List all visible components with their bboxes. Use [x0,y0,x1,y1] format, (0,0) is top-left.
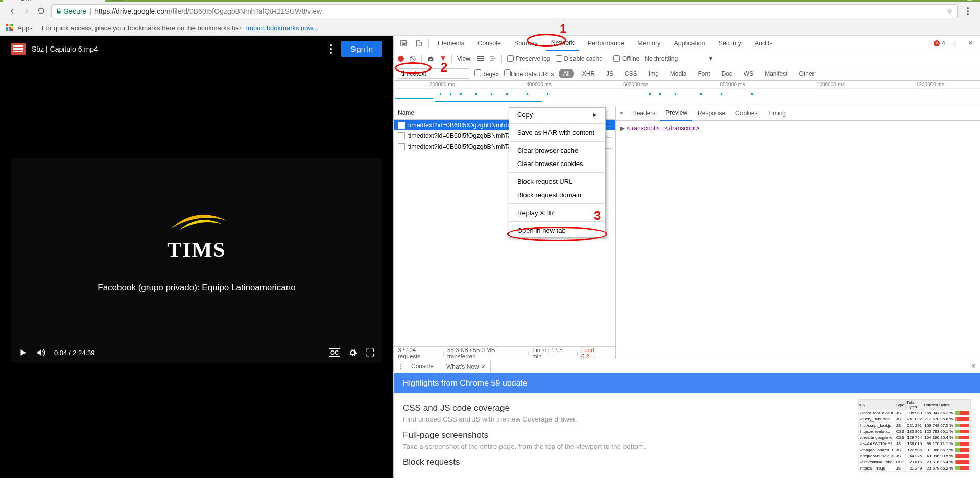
tab-sources[interactable]: Sources [510,36,542,51]
preserve-log-checkbox[interactable]: Preserve log [507,55,550,62]
play-button[interactable] [18,348,28,357]
cc-button[interactable]: CC [329,348,340,357]
error-count[interactable]: ✕4 [934,40,945,47]
view-waterfall-icon[interactable] [489,56,496,62]
svg-point-4 [967,13,969,15]
tab-title: Söz | Capitulo 6.mp4 - G… [20,0,92,2]
video-controls: 0:04 / 2:24:39 CC [11,342,382,363]
close-drawer-icon[interactable]: × [971,362,976,371]
ctx-save-har[interactable]: Save as HAR with content [509,126,605,139]
omnibox[interactable]: Secure | https://drive.google.com/file/d… [51,4,958,18]
devtools-menu-icon[interactable]: ⋮ [949,39,961,47]
close-tab-icon[interactable]: × [481,363,485,371]
capture-screenshots-icon[interactable] [427,56,435,62]
throttling-dropdown-arrow[interactable]: ▼ [708,56,713,61]
filter-input[interactable] [398,68,469,79]
tab-security[interactable]: Security [714,36,746,51]
drawer-tab-console[interactable]: Console [406,359,439,373]
apps-label[interactable]: Apps [17,24,33,32]
coverage-thumbnail: URL Type Total Bytes Unused Bytes /scrip… [858,399,971,472]
video-player[interactable]: TIMS Facebook (grupo privado): Equipo La… [11,158,382,363]
subtab-response[interactable]: Response [692,106,730,121]
filter-type-img[interactable]: Img [646,69,662,78]
bookmark-star-icon[interactable]: ☆ [946,7,953,15]
tab-application[interactable]: Application [669,36,709,51]
network-status-bar: 3 / 104 requests| 58.3 KB / 55.0 MB tran… [394,346,615,359]
ctx-block-domain[interactable]: Block request domain [509,188,605,201]
svg-rect-7 [419,42,422,46]
drive-more-button[interactable] [330,44,332,54]
view-large-icon[interactable] [477,56,484,62]
close-detail-icon[interactable]: × [616,110,627,117]
devtools-close-icon[interactable]: ✕ [965,39,976,47]
filter-type-doc[interactable]: Doc [719,69,735,78]
maximize-button[interactable] [967,0,973,1]
drawer-menu-icon[interactable]: ⋮ [398,363,404,370]
filter-type-media[interactable]: Media [667,69,690,78]
regex-checkbox[interactable]: Regex [474,69,499,78]
ctx-copy[interactable]: Copy▶ [509,108,605,121]
device-toggle-icon[interactable] [413,40,424,47]
preview-content[interactable]: ▶<transcript>…</transcript> [616,121,980,136]
chrome-menu-button[interactable] [961,4,975,18]
devtools-drawer: ⋮ Console What's New× × Highlights from … [394,359,980,478]
drawer-tab-whatsnew[interactable]: What's New× [441,359,491,373]
tims-logo-swoosh [161,208,232,233]
tab-memory[interactable]: Memory [633,36,665,51]
filter-type-xhr[interactable]: XHR [579,69,598,78]
network-timeline[interactable]: 200000 ms 400000 ms 600000 ms 800000 ms … [394,81,980,106]
ctx-clear-cache[interactable]: Clear browser cache [509,144,605,157]
ctx-replay-xhr[interactable]: Replay XHR [509,206,605,219]
clear-button[interactable] [409,55,416,62]
drive-header: Söz | Capitulo 6.mp4 Sign In [0,36,393,62]
tab-network[interactable]: Network [546,36,579,51]
record-button[interactable] [398,56,404,62]
throttling-select[interactable]: No throttling [644,55,678,62]
hide-data-urls-checkbox[interactable]: Hide data URLs [504,69,554,78]
network-filter-bar: Regex Hide data URLs All XHR JS CSS Img … [394,66,980,81]
close-window-button[interactable]: ✕ [973,0,980,2]
import-bookmarks-link[interactable]: Import bookmarks now... [246,24,318,32]
video-frame-content: TIMS Facebook (grupo privado): Equipo La… [98,208,295,293]
svg-point-9 [430,58,432,60]
filter-type-other[interactable]: Other [796,69,818,78]
filter-type-all[interactable]: All [559,69,573,78]
filter-type-css[interactable]: CSS [622,69,640,78]
subtab-timing[interactable]: Timing [762,106,791,121]
ctx-block-url[interactable]: Block request URL [509,175,605,188]
context-menu: Copy▶ Save as HAR with content Clear bro… [509,107,606,238]
volume-button[interactable] [36,347,46,358]
inspect-element-icon[interactable] [398,40,409,47]
tab-elements[interactable]: Elements [433,36,469,51]
url-host: https://drive.google.com [94,7,171,15]
filter-type-font[interactable]: Font [695,69,713,78]
file-icon [398,122,405,129]
new-tab-button[interactable] [108,0,124,1]
subtab-preview[interactable]: Preview [660,106,692,121]
forward-button[interactable] [19,4,34,18]
browser-tab[interactable]: Söz | Capitulo 6.mp4 - G… × [3,0,105,2]
offline-checkbox[interactable]: Offline [613,55,639,62]
chrome-profile-badge[interactable] [955,0,962,1]
filter-type-ws[interactable]: WS [740,69,756,78]
drawer-item-desc: Take a screenshot of the entire page, fr… [403,442,848,450]
tab-audits[interactable]: Audits [750,36,777,51]
tab-console[interactable]: Console [473,36,506,51]
svg-point-3 [967,10,969,12]
subtab-cookies[interactable]: Cookies [730,106,762,121]
tab-performance[interactable]: Performance [583,36,629,51]
apps-icon[interactable] [6,24,14,32]
svg-rect-11 [477,58,484,59]
back-button[interactable] [5,4,19,18]
ctx-open-new-tab[interactable]: Open in new tab [509,224,605,237]
signin-button[interactable]: Sign In [341,41,382,57]
fullscreen-button[interactable] [366,348,375,357]
filter-type-manifest[interactable]: Manifest [761,69,791,78]
reload-button[interactable] [34,4,48,18]
disable-cache-checkbox[interactable]: Disable cache [556,55,603,62]
settings-gear-icon[interactable] [348,348,357,357]
minimize-button[interactable]: ─ [962,0,967,2]
ctx-clear-cookies[interactable]: Clear browser cookies [509,157,605,170]
filter-type-js[interactable]: JS [603,69,616,78]
subtab-headers[interactable]: Headers [627,106,660,121]
